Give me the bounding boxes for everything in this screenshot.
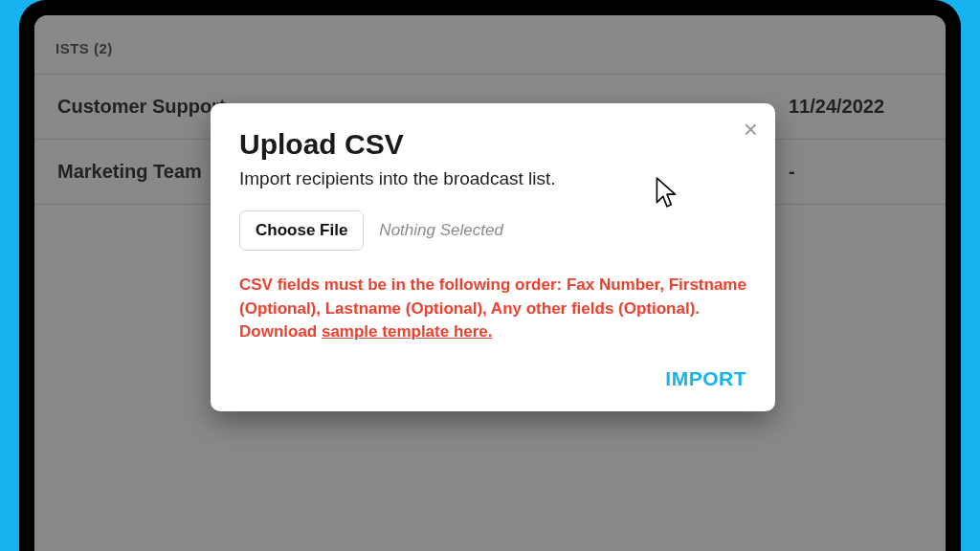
- file-picker: Choose File Nothing Selected: [239, 210, 746, 251]
- choose-file-button[interactable]: Choose File: [239, 210, 364, 251]
- modal-footer: IMPORT: [239, 367, 746, 390]
- upload-csv-modal: × Upload CSV Import recipients into the …: [211, 103, 775, 411]
- cursor-icon: [655, 176, 679, 209]
- close-icon: ×: [744, 115, 758, 143]
- import-button[interactable]: IMPORT: [665, 367, 746, 390]
- sample-template-link[interactable]: sample template here.: [322, 322, 493, 341]
- device-frame: ISTS (2) Customer Support 11/24/2022 Mar…: [19, 0, 961, 551]
- file-status: Nothing Selected: [379, 221, 502, 240]
- modal-title: Upload CSV: [239, 128, 746, 161]
- screen: ISTS (2) Customer Support 11/24/2022 Mar…: [34, 15, 946, 551]
- csv-instructions: CSV fields must be in the following orde…: [239, 274, 746, 344]
- close-button[interactable]: ×: [744, 117, 758, 142]
- instructions-text: CSV fields must be in the following orde…: [239, 276, 746, 341]
